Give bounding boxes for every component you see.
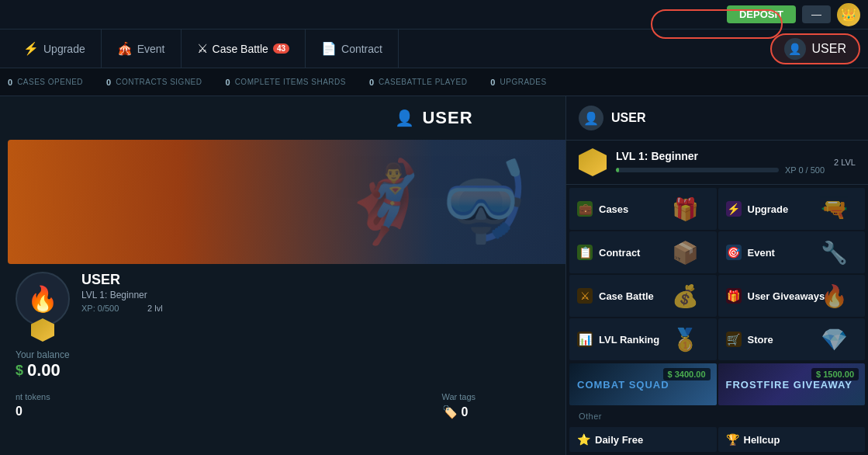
nav-user-button[interactable]: 👤 USER xyxy=(770,33,860,64)
menu-cell-store[interactable]: 🛒 Store 💎 xyxy=(718,318,866,360)
nav-bar: ⚡ Upgrade 🎪 Event ⚔ Case Battle 43 📄 Con… xyxy=(0,30,868,68)
menu-cell-upgrade[interactable]: ⚡ Upgrade 🔫 xyxy=(718,188,866,230)
contract-nav-icon: 📄 xyxy=(321,41,337,56)
nav-item-event[interactable]: 🎪 Event xyxy=(102,30,182,68)
store-menu-img: 💎 xyxy=(803,318,865,360)
page-header-icon: 👤 xyxy=(395,109,414,127)
contract-menu-icon: 📋 xyxy=(577,245,593,260)
wartag-icon: 🏷️ xyxy=(442,405,458,419)
stat-cases-opened-label: CASES OPENED xyxy=(17,78,83,86)
nav-label-upgrade: Upgrade xyxy=(43,43,85,55)
menu-cell-usergiveaways[interactable]: 🎁 User Giveaways 🔥 xyxy=(718,275,866,317)
usergiveaways-menu-icon: 🎁 xyxy=(726,288,742,304)
tokens-label: nt tokens xyxy=(16,392,427,401)
xp-text: XP 0 / 500 xyxy=(785,165,825,175)
menu-cell-contract[interactable]: 📋 Contract 📦 xyxy=(569,231,717,273)
upgrade-menu-img: 🔫 xyxy=(803,188,865,230)
upgrade-nav-icon: ⚡ xyxy=(23,41,39,56)
other-section: Other xyxy=(566,405,868,424)
nav-label-contract: Contract xyxy=(341,43,382,55)
nav-item-contract[interactable]: 📄 Contract xyxy=(306,30,399,68)
menu-cell-lvlranking[interactable]: 📊 LVL Ranking 🥇 xyxy=(569,318,717,360)
casebattle-menu-img: 💰 xyxy=(655,275,717,317)
event-menu-icon: 🎯 xyxy=(726,245,742,260)
combat-squad-banner[interactable]: COMBAT SQUAD 3400.00 xyxy=(569,363,717,405)
avatar-flame-icon: 🔥 xyxy=(27,284,58,314)
dropdown-level-row: LVL 1: Beginner XP 0 / 500 2 LVL xyxy=(566,141,868,185)
xp-value: XP: 0/500 xyxy=(81,304,119,313)
dropdown-avatar: 👤 xyxy=(579,106,603,130)
usergiveaways-menu-label: User Giveaways xyxy=(748,290,825,302)
profile-lvl-next: 2 lvl xyxy=(147,304,163,313)
level-info: LVL 1: Beginner XP 0 / 500 xyxy=(616,150,825,175)
stat-contracts-signed-label: CONTRACTS SIGNED xyxy=(116,78,202,86)
upgrade-menu-icon: ⚡ xyxy=(726,201,742,217)
cases-menu-label: Cases xyxy=(599,203,628,215)
crown-icon: 👑 xyxy=(837,3,860,26)
cases-menu-img: 🎁 xyxy=(655,188,717,230)
stats-bar: 0 CASES OPENED 0 CONTRACTS SIGNED 0 COMP… xyxy=(0,68,868,96)
stat-casebattle-played-label: CASEBATTLE PLAYED xyxy=(379,78,467,86)
cases-menu-icon: 💼 xyxy=(577,201,593,217)
combat-squad-text: COMBAT SQUAD xyxy=(577,379,669,391)
stat-complete-items-shards-value: 0 xyxy=(226,78,230,87)
tokens-box: nt tokens 0 xyxy=(16,392,427,419)
balance-amount: 0.00 xyxy=(27,360,61,380)
bottom-menu-hellcup[interactable]: 🏆 Hellcup xyxy=(718,427,866,452)
stat-casebattle-played-value: 0 xyxy=(369,78,374,87)
dropdown-username: USER xyxy=(611,111,645,125)
level-hex-icon xyxy=(579,148,607,176)
other-label: Other xyxy=(579,412,602,421)
lvlranking-menu-label: LVL Ranking xyxy=(599,334,659,346)
casebattle-nav-icon: ⚔ xyxy=(197,41,208,56)
casebattle-badge: 43 xyxy=(273,43,289,54)
lvlranking-menu-img: 🥇 xyxy=(655,318,717,360)
xp-bar-fill xyxy=(616,168,619,172)
xp-bar-row: XP 0 / 500 xyxy=(616,165,825,175)
contract-menu-label: Contract xyxy=(599,247,640,259)
tokens-value: 0 xyxy=(16,405,427,419)
top-bar-right: DEPOSIT — 👑 xyxy=(727,3,860,26)
bottom-menu-row: ⭐ Daily Free 🏆 Hellcup xyxy=(566,424,868,455)
menu-cell-event[interactable]: 🎯 Event 🔧 xyxy=(718,231,866,273)
xp-bar-bg xyxy=(616,168,779,172)
frostfire-banner[interactable]: FROSTFIRE GIVEAWAY 1500.00 xyxy=(718,363,866,405)
dollar-sign: $ xyxy=(16,363,23,379)
stat-upgrades: 0 UPGRADES xyxy=(490,78,546,87)
menu-cell-casebattle[interactable]: ⚔ Case Battle 💰 xyxy=(569,275,717,317)
main-content: 👤 USER 🦸‍♂️🤿 ✕ 🔥 USER LVL 1: Beginner XP… xyxy=(0,96,868,455)
stat-cases-opened: 0 CASES OPENED xyxy=(8,78,83,87)
daily-free-icon: ⭐ xyxy=(577,433,590,446)
event-menu-img: 🔧 xyxy=(803,231,865,273)
hellcup-label: Hellcup xyxy=(744,434,780,446)
combat-price-badge: 3400.00 xyxy=(663,368,711,380)
store-menu-icon: 🛒 xyxy=(726,332,742,347)
dropdown-panel: 👤 USER LVL 1: Beginner XP 0 / 500 2 LVL … xyxy=(565,96,868,455)
stat-contracts-signed: 0 CONTRACTS SIGNED xyxy=(106,78,202,87)
user-avatar-large: 🔥 xyxy=(16,272,70,326)
stat-upgrades-label: UPGRADES xyxy=(500,78,546,86)
deposit-button[interactable]: DEPOSIT xyxy=(727,5,796,23)
event-nav-icon: 🎪 xyxy=(117,41,133,56)
contract-menu-img: 📦 xyxy=(655,231,717,273)
stat-casebattle-played: 0 CASEBATTLE PLAYED xyxy=(369,78,467,87)
hellcup-icon: 🏆 xyxy=(726,433,739,446)
upgrade-menu-label: Upgrade xyxy=(748,203,789,215)
dropdown-header: 👤 USER xyxy=(566,96,868,141)
nav-user-label: USER xyxy=(812,42,846,56)
event-menu-label: Event xyxy=(748,247,775,259)
lvl-next-text: 2 LVL xyxy=(834,158,856,167)
nav-item-upgrade[interactable]: ⚡ Upgrade xyxy=(8,30,102,68)
nav-item-casebattle[interactable]: ⚔ Case Battle 43 xyxy=(182,30,306,68)
frostfire-price-badge: 1500.00 xyxy=(811,368,859,380)
grey-button[interactable]: — xyxy=(802,5,831,23)
menu-cell-cases[interactable]: 💼 Cases 🎁 xyxy=(569,188,717,230)
stat-upgrades-value: 0 xyxy=(490,78,495,87)
casebattle-menu-label: Case Battle xyxy=(599,290,654,302)
bottom-menu-daily-free[interactable]: ⭐ Daily Free xyxy=(569,427,717,452)
top-bar: DEPOSIT — 👑 xyxy=(0,0,868,30)
nav-label-casebattle: Case Battle xyxy=(213,43,268,55)
stat-complete-items-shards-label: COMPLETE ITEMS SHARDS xyxy=(235,78,346,86)
store-menu-label: Store xyxy=(748,334,773,346)
casebattle-menu-icon: ⚔ xyxy=(577,288,593,304)
